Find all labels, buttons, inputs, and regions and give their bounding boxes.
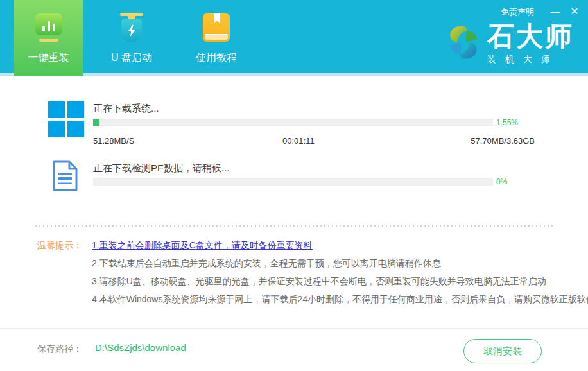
pe-progress-bar: 0% bbox=[93, 177, 507, 186]
cancel-install-button[interactable]: 取消安装 bbox=[463, 339, 542, 363]
elapsed-time: 00:01:11 bbox=[282, 136, 315, 146]
footer-divider bbox=[0, 328, 588, 329]
tip-item-1: 1.重装之前会删除桌面及C盘文件，请及时备份重要资料 bbox=[92, 240, 313, 252]
tip-item-2: 2.下载结束后会自动重启并完成系统的安装，全程无需干预，您可以离开电脑请稍作休息 bbox=[92, 258, 441, 270]
header-bar: 一键重装 U 盘启动 使用教程 免责声 bbox=[0, 0, 588, 76]
usb-shield-lightning-icon bbox=[120, 3, 143, 53]
tips-label: 温馨提示： bbox=[37, 240, 82, 252]
logo-title: 石大师 bbox=[487, 23, 574, 50]
system-progress-bar: 1.55% bbox=[93, 118, 518, 127]
progress-track bbox=[93, 119, 493, 126]
download-system-title: 正在下载系统... bbox=[93, 103, 159, 115]
download-speed: 51.28MB/S bbox=[93, 136, 134, 146]
tip-item-3: 3.请移除U盘、移动硬盘、光驱里的光盘，并保证安装过程中不会断电，否则重装可能失… bbox=[92, 276, 546, 288]
tab-usb-boot[interactable]: U 盘启动 bbox=[96, 0, 167, 76]
save-path-label: 保存路径： bbox=[37, 343, 82, 355]
close-icon[interactable]: ✕ bbox=[566, 3, 583, 20]
bar-chart-icon bbox=[35, 3, 62, 53]
brand-logo: 石大师 装机大师 bbox=[446, 23, 574, 64]
progress-fill bbox=[93, 119, 99, 126]
downloaded-size: 57.70MB/3.63GB bbox=[471, 136, 535, 146]
logo-subtitle: 装机大师 bbox=[487, 55, 574, 64]
progress-track bbox=[93, 178, 493, 186]
document-icon bbox=[51, 160, 78, 194]
header-bottom-strip bbox=[0, 73, 588, 76]
tab-one-key-reinstall[interactable]: 一键重装 bbox=[14, 0, 83, 76]
tab-tutorial[interactable]: 使用教程 bbox=[181, 0, 252, 76]
app-window: 一键重装 U 盘启动 使用教程 免责声 bbox=[0, 0, 588, 371]
progress-percent: 1.55% bbox=[496, 118, 518, 127]
tab-label: U 盘启动 bbox=[111, 53, 152, 63]
tab-label: 使用教程 bbox=[196, 53, 237, 63]
progress-percent: 0% bbox=[496, 177, 507, 186]
tip-item-4: 4.本软件Windows系统资源均来源于网上，请下载后24小时删除，不得用于任何… bbox=[92, 294, 588, 306]
logo-icon bbox=[446, 24, 481, 64]
tab-label: 一键重装 bbox=[28, 53, 69, 63]
download-pe-title: 正在下载检测PE数据，请稍候... bbox=[93, 162, 230, 175]
disclaimer-link[interactable]: 免责声明 bbox=[501, 6, 534, 18]
book-icon bbox=[203, 3, 230, 53]
minimize-icon[interactable]: — bbox=[547, 3, 564, 20]
save-path-value[interactable]: D:\SdsZjds\download bbox=[95, 342, 186, 353]
windows-logo-icon bbox=[48, 101, 84, 137]
dashed-divider bbox=[35, 225, 553, 227]
